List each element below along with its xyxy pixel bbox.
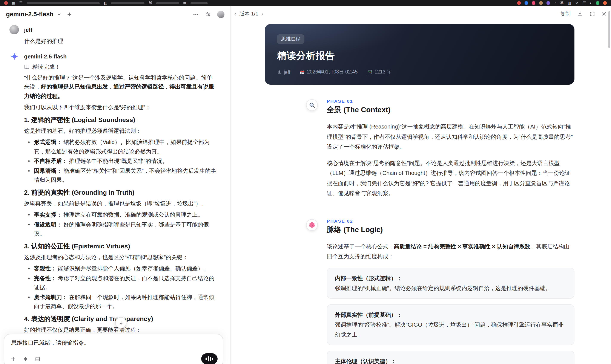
phase-body: PHASE 02脉络 (The Logic)该论述基于一个核心公式：高质量结论 … (327, 218, 574, 364)
settings-sliders-button[interactable] (205, 11, 211, 17)
canvas-frame-button[interactable] (35, 356, 40, 362)
menubar-status-green[interactable] (596, 1, 599, 5)
message-paragraph: 这是推理的基石。好的推理必须遵循逻辑法则： (24, 126, 218, 135)
menubar-right: ◔⌘▥≋☰◐ (517, 1, 607, 5)
bullet-text: 推理链条中不能出现“既是又非”的情况。 (67, 158, 168, 164)
model-title[interactable]: gemini-2.5-flash (6, 11, 53, 18)
version-label: 版本 1/1 (239, 10, 258, 17)
bullet-list: 事实支撑： 推理建立在可靠的数据、准确的观测或公认的真理之上。假设透明： 好的推… (24, 210, 218, 238)
message-heading: 2. 前提的真实性 (Grounding in Truth) (24, 188, 218, 197)
message-author: gemini-2.5-flash (24, 53, 67, 60)
phase-title: 全景 (The Context) (327, 105, 574, 115)
message-paragraph: 这涉及推理者的心态和方法论，也是区分“杠精”和“思想家”的关键： (24, 252, 218, 262)
report-phases: PHASE 01全景 (The Context)本内容是对“推理 (Reason… (265, 98, 574, 364)
bullet-lead: 因果清晰： (34, 167, 62, 174)
bullet-item: 形式逻辑： 结构必须有效（Valid）。比如演绎推理中，如果前提全部为真，那么通… (34, 138, 218, 156)
menubar-menu-text (27, 2, 100, 4)
download-button[interactable] (577, 11, 583, 17)
message-body: 精读完成！“什么是好的推理？”这是一个涉及逻辑学、认知科学和哲学核心的问题。简单… (24, 63, 218, 355)
card-text: 强调推理的“经验校准”。解决“GIGO（垃圾进，垃圾出）”问题，确保推理引擎运行… (335, 320, 566, 339)
bullet-lead: 客观性： (34, 265, 56, 272)
menubar-status-purple[interactable] (546, 1, 550, 5)
window-scrollbar-thumb[interactable] (608, 11, 610, 48)
report-phase: PHASE 01全景 (The Context)本内容是对“推理 (Reason… (306, 98, 574, 204)
message-paragraph: “什么是好的推理？”这是一个涉及逻辑学、认知科学和哲学核心的问题。简单来说，好的… (24, 73, 218, 101)
bullet-text: 考虑了对立的观点和潜在的反证，而不是只选择支持自己结论的证据。 (34, 275, 214, 290)
magnifier-icon (306, 99, 318, 111)
menubar-keyboard-icon[interactable]: ⌘ (560, 1, 564, 5)
bullet-lead: 完备性： (34, 275, 56, 281)
menubar-status-tan[interactable] (539, 1, 543, 5)
user-avatar (10, 25, 19, 34)
voice-input-button[interactable] (201, 353, 218, 364)
copy-button[interactable]: 复制 (560, 10, 571, 17)
dimension-card: 外部真实性（前提基础）：强调推理的“经验校准”。解决“GIGO（垃圾进，垃圾出）… (327, 304, 574, 345)
report-meta-text: 1213 字 (374, 69, 392, 75)
card-text: 强调推理的“机械正确”。结论必须在给定的规则系统内逻辑自洽，这是推理的硬件基础。 (335, 283, 566, 293)
calendar-icon (300, 69, 305, 75)
phase-body: PHASE 01全景 (The Context)本内容是对“推理 (Reason… (327, 98, 574, 204)
menubar-grid-icon[interactable]: ▦ (12, 1, 15, 5)
menubar-command-icon[interactable]: ⌘ (148, 1, 152, 5)
report-paragraph: 该论述基于一个核心公式：高质量结论 = 结构完整性 × 事实准确性 × 认知自律… (327, 241, 574, 261)
menubar-status-orange[interactable] (603, 1, 607, 5)
close-panel-button[interactable] (601, 11, 607, 16)
message-heading: 1. 逻辑的严密性 (Logical Soundness) (24, 116, 218, 124)
report-meta: jeff2026年01月08日 02:451213 字 (277, 69, 562, 75)
brain-icon (306, 219, 318, 231)
menubar-window-icon[interactable]: ◧ (103, 1, 107, 5)
menubar-control-center-icon[interactable]: ☰ (582, 1, 586, 5)
menubar-menu-text (156, 2, 179, 4)
message-composer[interactable]: 思维接口已就绪，请传输指令。 (4, 334, 223, 364)
bullet-item: 客观性： 能够识别并尽量排除个人偏见（如幸存者偏差、确认偏差）。 (34, 264, 218, 273)
menubar-status-blue[interactable] (525, 1, 528, 5)
card-lead: 主体伦理（认识美德）： (335, 356, 566, 364)
prev-version-button[interactable]: ‹ (234, 11, 236, 17)
report-hero-card: 思维过程 精读分析报告 jeff2026年01月08日 02:451213 字 (265, 24, 574, 85)
menubar-display-icon[interactable]: ▥ (568, 1, 571, 5)
attach-plus-button[interactable] (10, 356, 16, 362)
menubar-status-pink[interactable] (532, 1, 535, 5)
person-icon (277, 70, 282, 74)
dimension-card: 内部一致性（形式逻辑）：强调推理的“机械正确”。结论必须在给定的规则系统内逻辑自… (327, 268, 574, 299)
next-version-button[interactable]: › (261, 11, 263, 17)
card-lead: 外部真实性（前提基础）： (335, 310, 566, 320)
more-options-button[interactable] (193, 11, 199, 17)
bullet-item: 奥卡姆剃刀： 在解释同一个现象时，如果两种推理都能站得住脚，通常倾向于最简单、假… (34, 292, 218, 311)
menubar-swap-icon[interactable]: ⇄ (183, 1, 186, 5)
menubar-wifi-icon[interactable]: ≋ (575, 1, 579, 5)
scroll-to-bottom-button[interactable] (115, 317, 126, 328)
bullet-lead: 假设透明： (34, 221, 62, 228)
composer-input[interactable]: 思维接口已就绪，请传输指令。 (11, 339, 216, 347)
bullet-item: 事实支撑： 推理建立在可靠的数据、准确的观测或公认的真理之上。 (34, 210, 218, 219)
bullet-lead: 不自相矛盾： (34, 158, 67, 164)
menubar-clock-icon[interactable]: ◔ (554, 1, 556, 5)
skills-asterisk-button[interactable] (23, 356, 28, 362)
report-paragraph: 核心情境在于解决“思考的随意性”问题。不论是人类通过批判性思维进行决策，还是大语… (327, 158, 574, 198)
chat-header: gemini-2.5-flash (0, 6, 230, 22)
menubar-app-icon-red[interactable] (4, 1, 8, 5)
report-badge: 思维过程 (277, 34, 305, 44)
new-chat-button[interactable] (67, 11, 72, 17)
bullet-lead: 奥卡姆剃刀： (34, 294, 67, 300)
message-body: 什么是好的推理 (24, 37, 218, 46)
report-title: 精读分析报告 (277, 49, 562, 62)
fullscreen-button[interactable] (589, 11, 595, 16)
report-meta-item: jeff (277, 69, 290, 75)
report-meta-text: 2026年01月08日 02:45 (307, 69, 358, 75)
menubar-search-icon[interactable]: ◐ (590, 1, 592, 5)
phase-title: 脉络 (The Logic) (327, 224, 574, 234)
menubar-status-red[interactable] (517, 1, 521, 5)
menu-bar: ▦☰◧⌘⇄ ◔⌘▥≋☰◐ (0, 0, 611, 6)
version-nav: ‹ 版本 1/1 › (234, 10, 263, 17)
card-lead: 内部一致性（形式逻辑）： (335, 273, 566, 283)
chevron-down-icon[interactable] (57, 12, 62, 16)
chat-message-user: jeff什么是好的推理 (10, 25, 218, 46)
report-meta-text: jeff (284, 69, 290, 75)
chat-panel: gemini-2.5-flash (0, 6, 231, 364)
bullet-item: 不自相矛盾： 推理链条中不能出现“既是又非”的情况。 (34, 156, 218, 166)
profile-avatar[interactable] (217, 11, 225, 18)
artifact-panel: ‹ 版本 1/1 › 复制 (231, 6, 611, 364)
bullet-list: 客观性： 能够识别并尽量排除个人偏见（如幸存者偏差、确认偏差）。完备性： 考虑了… (24, 264, 218, 311)
menubar-list-icon[interactable]: ☰ (19, 1, 23, 5)
